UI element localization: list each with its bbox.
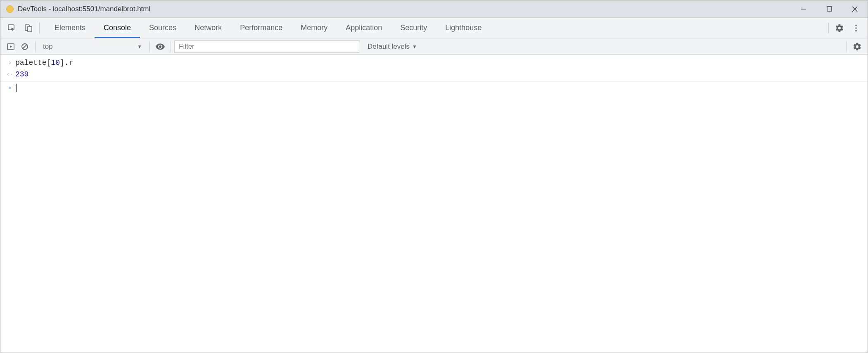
log-levels-selector[interactable]: Default levels ▼ xyxy=(368,43,417,51)
tab-security[interactable]: Security xyxy=(391,18,436,38)
separator xyxy=(847,41,847,52)
svg-rect-6 xyxy=(28,26,32,32)
prompt-chevron-icon: › xyxy=(5,83,15,94)
inspect-element-icon[interactable] xyxy=(4,18,20,38)
svg-line-13 xyxy=(23,45,27,49)
device-toolbar-icon[interactable] xyxy=(20,18,37,38)
minimize-button[interactable] xyxy=(791,0,816,17)
main-toolbar: Elements Console Sources Network Perform… xyxy=(0,18,868,38)
tab-performance[interactable]: Performance xyxy=(231,18,292,38)
window-titlebar: DevTools - localhost:5501/mandelbrot.htm… xyxy=(0,0,868,18)
console-body[interactable]: › palette[10].r ‹· 239 › xyxy=(0,55,868,94)
tab-console[interactable]: Console xyxy=(95,18,140,38)
clear-console-icon[interactable] xyxy=(18,38,32,54)
console-settings-gear-icon[interactable] xyxy=(850,38,864,54)
window-title: DevTools - localhost:5501/mandelbrot.htm… xyxy=(18,5,791,13)
tab-elements[interactable]: Elements xyxy=(45,18,95,38)
filter-input[interactable] xyxy=(179,43,356,51)
console-prompt-input[interactable] xyxy=(15,83,17,94)
tab-network[interactable]: Network xyxy=(185,18,231,38)
tab-memory[interactable]: Memory xyxy=(292,18,337,38)
panel-tabs: Elements Console Sources Network Perform… xyxy=(45,18,826,38)
console-toolbar: top ▼ Default levels ▼ xyxy=(0,38,868,55)
console-prompt-row[interactable]: › xyxy=(0,82,868,94)
filter-box[interactable] xyxy=(174,40,360,53)
window-controls xyxy=(791,0,868,17)
console-input-expression: palette[10].r xyxy=(15,57,73,69)
separator xyxy=(39,22,40,34)
dropdown-icon: ▼ xyxy=(137,44,142,50)
console-input-row: › palette[10].r xyxy=(0,57,868,69)
maximize-button[interactable] xyxy=(816,0,842,17)
dropdown-icon: ▼ xyxy=(412,44,417,50)
settings-gear-icon[interactable] xyxy=(831,18,848,38)
separator xyxy=(171,41,171,52)
separator xyxy=(828,22,829,34)
text-cursor xyxy=(16,84,17,92)
tab-application[interactable]: Application xyxy=(337,18,391,38)
output-chevron-icon: ‹· xyxy=(5,69,15,81)
console-result-row: ‹· 239 xyxy=(0,69,868,82)
separator xyxy=(35,41,36,52)
svg-marker-11 xyxy=(10,45,12,48)
console-result-value: 239 xyxy=(15,69,28,81)
svg-rect-1 xyxy=(827,7,832,11)
devtools-icon xyxy=(6,5,14,13)
svg-point-9 xyxy=(855,30,857,31)
close-button[interactable] xyxy=(842,0,868,17)
tab-sources[interactable]: Sources xyxy=(140,18,185,38)
input-chevron-icon: › xyxy=(5,57,15,69)
toggle-sidebar-icon[interactable] xyxy=(4,38,18,54)
live-expression-icon[interactable] xyxy=(153,38,167,54)
log-levels-label: Default levels xyxy=(368,43,410,51)
context-selector[interactable]: top ▼ xyxy=(39,43,146,51)
svg-point-8 xyxy=(855,27,857,29)
svg-point-7 xyxy=(855,24,857,26)
more-menu-icon[interactable] xyxy=(848,18,864,38)
context-label: top xyxy=(43,43,53,51)
separator xyxy=(149,41,150,52)
tab-lighthouse[interactable]: Lighthouse xyxy=(436,18,491,38)
